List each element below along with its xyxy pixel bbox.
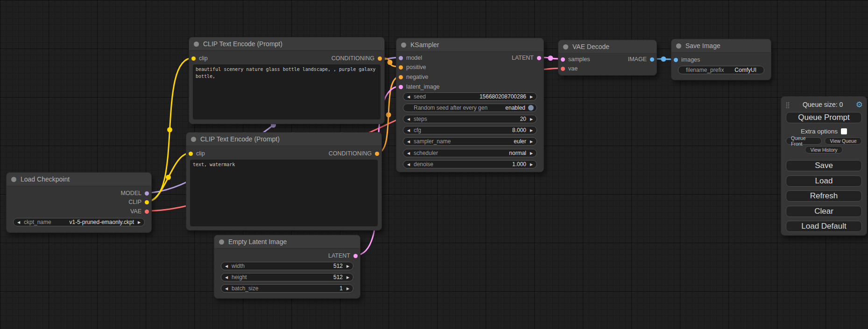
drag-handle-icon[interactable]: ⣿ [785, 102, 790, 108]
decrement-arrow-icon[interactable]: ◀ [403, 95, 414, 99]
queue-prompt-button[interactable]: Queue Prompt [786, 112, 862, 123]
collapse-dot-icon[interactable] [401, 42, 406, 48]
increment-arrow-icon[interactable]: ▶ [134, 220, 144, 224]
decrement-arrow-icon[interactable]: ◀ [14, 220, 24, 224]
input-slot-dot[interactable] [399, 56, 403, 60]
widget-ckpt-name[interactable]: ◀ckpt_namev1-5-pruned-emaonly.ckpt▶ [13, 218, 145, 226]
widget-sampler-name[interactable]: ◀sampler_nameeuler▶ [403, 137, 537, 146]
node-title-bar[interactable]: VAE Decode [558, 40, 656, 54]
queue-front-button[interactable]: Queue Front [786, 137, 822, 145]
increment-arrow-icon[interactable]: ▶ [526, 162, 536, 167]
decrement-arrow-icon[interactable]: ◀ [403, 117, 414, 121]
node-title-bar[interactable]: CLIP Text Encode (Prompt) [189, 37, 384, 51]
output-slot-clip: CLIP [128, 198, 149, 206]
node-clip-text-encode-positive[interactable]: CLIP Text Encode (Prompt)clipCONDITIONIN… [189, 37, 385, 124]
decrement-arrow-icon[interactable]: ◀ [221, 287, 232, 291]
collapse-dot-icon[interactable] [11, 177, 16, 182]
decrement-arrow-icon[interactable]: ◀ [403, 162, 414, 167]
input-slot-dot[interactable] [674, 58, 678, 62]
input-slot-clip: clip [189, 150, 205, 157]
widget-seed[interactable]: ◀seed156680208700286▶ [403, 92, 537, 101]
view-history-button[interactable]: View History [805, 146, 843, 154]
increment-arrow-icon[interactable]: ▶ [343, 264, 353, 268]
node-graph-canvas[interactable]: Load CheckpointMODELCLIPVAE◀ckpt_namev1-… [0, 0, 868, 329]
output-slot-dot[interactable] [378, 56, 382, 61]
increment-arrow-icon[interactable]: ▶ [526, 95, 536, 99]
node-empty-latent-image[interactable]: Empty Latent ImageLATENT◀width512▶◀heigh… [214, 235, 360, 299]
input-slot-dot[interactable] [189, 152, 193, 156]
output-slot-label: CONDITIONING [329, 150, 372, 157]
collapse-dot-icon[interactable] [219, 239, 224, 245]
input-slot-dot[interactable] [399, 85, 403, 89]
refresh-button[interactable]: Refresh [786, 190, 862, 202]
output-slot-dot[interactable] [145, 210, 149, 214]
prompt-textarea[interactable]: text, watermark [190, 160, 378, 226]
output-slot-dot[interactable] [375, 152, 379, 156]
widget-cfg[interactable]: ◀cfg8.000▶ [403, 126, 537, 134]
input-slot-dot[interactable] [191, 56, 196, 61]
widget-height[interactable]: ◀height512▶ [221, 273, 353, 281]
input-slot-dot[interactable] [561, 57, 565, 62]
decrement-arrow-icon[interactable]: ◀ [403, 128, 414, 133]
node-title-bar[interactable]: KSampler [396, 38, 543, 52]
node-title-text: VAE Decode [572, 43, 609, 50]
queue-panel-header: ⣿ Queue size: 0 ⚙ [781, 98, 867, 111]
widget-denoise[interactable]: ◀denoise1.000▶ [403, 160, 537, 168]
node-ksampler[interactable]: KSamplermodelpositivenegativelatent_imag… [396, 38, 544, 172]
node-title-bar[interactable]: CLIP Text Encode (Prompt) [186, 133, 381, 146]
node-clip-text-encode-negative[interactable]: CLIP Text Encode (Prompt)clipCONDITIONIN… [186, 132, 382, 231]
widget-width[interactable]: ◀width512▶ [221, 262, 353, 270]
output-slot-dot[interactable] [145, 200, 149, 204]
load-button[interactable]: Load [786, 175, 862, 187]
node-title-text: Empty Latent Image [228, 238, 287, 245]
widget-value: euler [514, 138, 526, 145]
load-default-button[interactable]: Load Default [786, 221, 862, 232]
widget-label: cfg [414, 127, 421, 133]
output-slot-dot[interactable] [537, 56, 541, 60]
decrement-arrow-icon[interactable]: ◀ [403, 151, 414, 155]
input-slot-dot[interactable] [399, 65, 403, 70]
output-slot-model: MODEL [121, 189, 149, 197]
increment-arrow-icon[interactable]: ▶ [526, 151, 536, 155]
node-load-checkpoint[interactable]: Load CheckpointMODELCLIPVAE◀ckpt_namev1-… [6, 172, 152, 233]
increment-arrow-icon[interactable]: ▶ [526, 140, 536, 144]
node-title-bar[interactable]: Load Checkpoint [7, 173, 151, 186]
widget-scheduler[interactable]: ◀schedulernormal▶ [403, 149, 537, 157]
widget-value: 8.000 [512, 127, 526, 133]
output-slot-dot[interactable] [145, 191, 149, 196]
input-slot-dot[interactable] [561, 67, 565, 71]
increment-arrow-icon[interactable]: ▶ [526, 128, 536, 133]
prompt-textarea[interactable]: beautiful scenery nature glass bottle la… [193, 64, 381, 119]
increment-arrow-icon[interactable]: ▶ [343, 275, 353, 280]
output-slot-dot[interactable] [353, 254, 358, 258]
decrement-arrow-icon[interactable]: ◀ [403, 140, 414, 144]
increment-arrow-icon[interactable]: ▶ [343, 287, 353, 291]
gear-icon[interactable]: ⚙ [856, 101, 863, 109]
collapse-dot-icon[interactable] [676, 43, 681, 49]
widget-steps[interactable]: ◀steps20▶ [403, 115, 537, 123]
collapse-dot-icon[interactable] [194, 42, 199, 47]
collapse-dot-icon[interactable] [191, 137, 196, 142]
node-save-image[interactable]: Save Imageimagesfilename_prefixComfyUI [671, 39, 771, 80]
decrement-arrow-icon[interactable]: ◀ [221, 264, 232, 268]
decrement-arrow-icon[interactable]: ◀ [221, 275, 232, 280]
input-slot-dot[interactable] [399, 75, 403, 79]
view-queue-button[interactable]: View Queue [825, 137, 862, 145]
widget-label: scheduler [414, 150, 438, 156]
node-title-bar[interactable]: Save Image [671, 39, 771, 53]
toggle-dot-icon[interactable] [528, 105, 534, 111]
widget-batch-size[interactable]: ◀batch_size1▶ [221, 284, 353, 293]
input-slot-images: images [674, 56, 700, 63]
output-slot-dot[interactable] [650, 57, 654, 62]
extra-options-checkbox[interactable] [841, 128, 847, 134]
save-button[interactable]: Save [786, 160, 862, 171]
node-title-bar[interactable]: Empty Latent Image [214, 235, 360, 249]
widget-value: 1.000 [512, 161, 526, 168]
widget-filename-prefix[interactable]: filename_prefixComfyUI [678, 66, 764, 74]
widget-random-seed-after-every-gen[interactable]: Random seed after every genenabled [403, 104, 537, 112]
collapse-dot-icon[interactable] [563, 44, 568, 49]
input-slot-label: clip [199, 55, 208, 62]
node-vae-decode[interactable]: VAE DecodesamplesvaeIMAGE [558, 40, 657, 76]
clear-button[interactable]: Clear [786, 206, 862, 217]
increment-arrow-icon[interactable]: ▶ [526, 117, 536, 121]
